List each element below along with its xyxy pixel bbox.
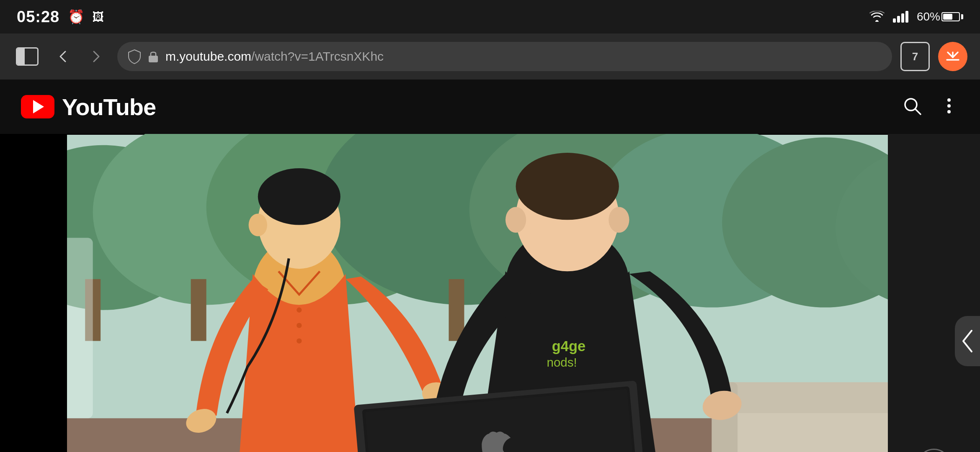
youtube-header-icons xyxy=(902,96,959,118)
status-left: 05:28 ⏰ 🖼 xyxy=(17,8,104,26)
url-text: m.youtube.com/watch?v=1ATrcsnXKhc xyxy=(165,49,882,64)
battery-percent-text: 60% xyxy=(917,10,940,23)
back-button[interactable] xyxy=(50,44,75,69)
url-bar[interactable]: m.youtube.com/watch?v=1ATrcsnXKhc xyxy=(117,42,892,71)
search-icon xyxy=(902,96,922,116)
status-icons: ⏰ 🖼 xyxy=(68,9,104,25)
battery-indicator: 60% xyxy=(917,10,963,23)
signal-bar-2 xyxy=(897,16,900,23)
youtube-logo: YouTube xyxy=(21,93,156,121)
lock-icon xyxy=(147,49,159,64)
edge-swipe-indicator[interactable] xyxy=(955,316,980,366)
recent-apps-button[interactable] xyxy=(917,449,951,452)
play-triangle xyxy=(33,100,44,113)
svg-rect-17 xyxy=(191,279,206,341)
wifi-icon xyxy=(869,11,885,23)
svg-rect-19 xyxy=(449,279,464,341)
signal-bar-4 xyxy=(905,11,908,23)
pocket-button[interactable] xyxy=(938,42,967,71)
more-options-icon xyxy=(939,96,959,116)
svg-point-32 xyxy=(297,323,302,328)
svg-point-29 xyxy=(258,168,340,225)
chevron-left-icon xyxy=(960,329,975,354)
battery-fill xyxy=(943,14,952,20)
battery-body xyxy=(941,12,960,21)
svg-point-40 xyxy=(505,207,526,233)
status-time: 05:28 xyxy=(17,8,59,26)
youtube-header: YouTube xyxy=(0,80,980,134)
signal-bar-3 xyxy=(901,13,904,23)
main-content: YouTube xyxy=(0,80,980,452)
alarm-icon: ⏰ xyxy=(68,9,85,25)
search-button[interactable] xyxy=(902,96,922,118)
battery-cap xyxy=(961,14,963,19)
youtube-play-icon xyxy=(21,95,54,118)
right-nav-panel xyxy=(888,134,980,452)
sidebar-icon xyxy=(16,47,39,66)
video-scene: g4ge nods! xyxy=(0,134,980,452)
svg-line-3 xyxy=(915,109,921,114)
status-bar: 05:28 ⏰ 🖼 60% xyxy=(0,0,980,33)
svg-point-5 xyxy=(947,104,951,108)
youtube-wordmark: YouTube xyxy=(62,93,156,121)
svg-point-38 xyxy=(516,153,619,220)
tab-count-label: 7 xyxy=(912,50,918,63)
gallery-icon: 🖼 xyxy=(92,10,104,24)
signal-bars xyxy=(893,11,908,23)
video-thumbnail[interactable]: g4ge nods! xyxy=(0,134,980,452)
svg-point-4 xyxy=(947,98,951,102)
svg-point-39 xyxy=(609,207,629,233)
svg-point-31 xyxy=(297,308,302,313)
more-options-button[interactable] xyxy=(939,96,959,118)
left-black-panel xyxy=(0,134,67,452)
status-right: 60% xyxy=(869,10,963,23)
shield-icon xyxy=(128,49,141,64)
svg-point-33 xyxy=(297,338,302,343)
back-arrow-icon xyxy=(55,49,70,64)
url-host: m.youtube.com xyxy=(165,49,251,63)
forward-arrow-icon xyxy=(89,49,104,64)
svg-text:g4ge: g4ge xyxy=(552,338,585,354)
forward-button[interactable] xyxy=(84,44,109,69)
url-path: /watch?v=1ATrcsnXKhc xyxy=(251,49,384,63)
signal-bar-1 xyxy=(893,18,896,23)
browser-nav: m.youtube.com/watch?v=1ATrcsnXKhc 7 xyxy=(0,33,980,80)
svg-text:nods!: nods! xyxy=(547,355,577,369)
svg-point-30 xyxy=(249,213,267,236)
svg-point-6 xyxy=(947,110,951,113)
tab-count-button[interactable]: 7 xyxy=(900,42,930,71)
pocket-icon xyxy=(944,48,961,65)
svg-rect-0 xyxy=(149,56,158,62)
sidebar-toggle-button[interactable] xyxy=(13,44,42,69)
video-area[interactable]: g4ge nods! xyxy=(0,134,980,452)
